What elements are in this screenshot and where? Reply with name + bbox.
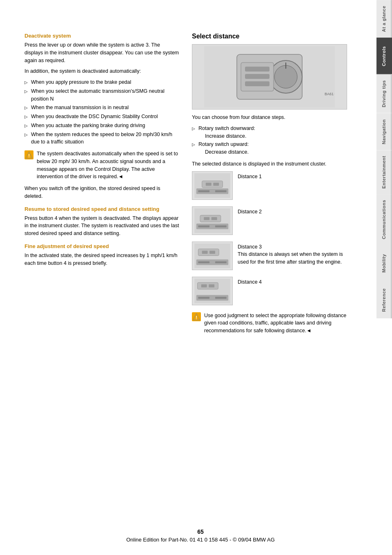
svg-rect-35 (198, 297, 209, 299)
sidebar: At a glance Controls Driving tips Naviga… (376, 0, 392, 555)
svg-rect-31 (202, 251, 208, 253)
bullet-item: When you apply pressure to the brake ped… (24, 78, 180, 86)
distance-2-item: Distance 2 (192, 206, 347, 235)
svg-rect-8 (245, 74, 270, 79)
svg-rect-14 (198, 190, 209, 192)
svg-point-5 (274, 65, 297, 88)
svg-rect-32 (209, 251, 215, 253)
rotary-up-bullet: Rotary switch upward: Decrease distance. (192, 141, 347, 156)
select-distance-image: BA61 0508 (192, 44, 347, 110)
svg-rect-29 (215, 261, 227, 263)
select-distance-intro: You can choose from four distance steps. (192, 114, 347, 121)
warning-icon: ! (24, 150, 33, 159)
svg-rect-36 (215, 297, 227, 299)
cluster-text: The selected distance is displayed in th… (192, 160, 347, 168)
svg-rect-23 (200, 215, 221, 222)
rotary-down-sub: Increase distance. (198, 133, 246, 139)
deactivate-warning: ! The system deactivates automatically w… (24, 150, 180, 181)
page-footer: 65 Online Edition for Part-No. 01 41 0 1… (24, 528, 376, 543)
resume-text: Press button 4 when the system is deacti… (24, 215, 180, 237)
bullet-item: When you actuate the parking brake durin… (24, 122, 180, 130)
svg-rect-21 (198, 225, 209, 227)
fine-adjustment-section: Fine adjustment of desired speed In the … (24, 243, 180, 267)
page-container: Deactivate system Press the lever up or … (0, 0, 392, 555)
bullet-item: When the manual transmission is in neutr… (24, 104, 180, 112)
distance-4-label: Distance 4 (238, 277, 262, 286)
distance-4-image (192, 277, 233, 305)
bullet-item: When the system reduces the speed to bel… (24, 131, 180, 146)
deactivate-system-heading: Deactivate system (24, 33, 180, 39)
deactivate-system-section: Deactivate system Press the lever up or … (24, 33, 180, 200)
distance-2-image (192, 206, 233, 235)
svg-rect-39 (209, 284, 214, 287)
svg-rect-28 (198, 261, 209, 263)
distance-3-label: Distance 3 This distance is always set w… (238, 242, 347, 266)
sidebar-tab-navigation[interactable]: Navigation (376, 113, 392, 150)
svg-text:!: ! (28, 153, 30, 158)
deactivate-warning-text: The system deactivates automatically whe… (37, 150, 180, 181)
svg-text:BA61 0508: BA61 0508 (325, 92, 335, 96)
rotary-down-bullet: Rotary switch downward: Increase distanc… (192, 125, 347, 140)
svg-rect-37 (198, 282, 218, 289)
deactivate-para1: Press the lever up or down while the sys… (24, 41, 180, 64)
sidebar-tab-reference[interactable]: Reference (376, 282, 392, 318)
svg-rect-15 (215, 190, 227, 192)
distance-3-item: Distance 3 This distance is always set w… (192, 242, 347, 270)
deactivate-bullets: When you apply pressure to the brake ped… (24, 78, 180, 146)
sidebar-tab-driving-tips[interactable]: Driving tips (376, 74, 392, 113)
rotary-down-main: Rotary switch downward: (198, 125, 255, 131)
select-warning-icon: ! (192, 312, 201, 321)
sidebar-tab-entertainment[interactable]: Entertainment (376, 150, 392, 194)
sidebar-tab-communications[interactable]: Communications (376, 194, 392, 245)
svg-rect-24 (204, 217, 209, 220)
distance-4-item: Distance 4 (192, 277, 347, 305)
svg-rect-22 (215, 225, 227, 227)
rotary-up-sub: Decrease distance. (198, 149, 249, 155)
svg-rect-18 (213, 183, 219, 186)
left-column: Deactivate system Press the lever up or … (24, 33, 180, 530)
svg-rect-30 (198, 248, 219, 255)
sidebar-tab-at-a-glance[interactable]: At a glance (376, 0, 392, 38)
fine-adjustment-heading: Fine adjustment of desired speed (24, 243, 180, 249)
bullet-item: When you deactivate the DSC Dynamic Stab… (24, 113, 180, 121)
svg-rect-16 (202, 181, 223, 188)
resume-heading: Resume to stored desired speed and dista… (24, 206, 180, 212)
right-column: Select distance (192, 33, 347, 530)
select-distance-heading: Select distance (192, 33, 347, 40)
svg-text:!: ! (196, 315, 197, 320)
rotary-up-main: Rotary switch upward: (198, 141, 249, 147)
distance-2-label: Distance 2 (238, 206, 262, 216)
page-number: 65 (24, 528, 376, 535)
sidebar-tab-controls[interactable]: Controls (376, 38, 392, 74)
distance-1-item: Distance 1 (192, 171, 347, 200)
distance-1-label: Distance 1 (238, 171, 262, 181)
svg-rect-38 (201, 284, 207, 287)
distance-1-image (192, 171, 233, 200)
distance-3-image (192, 242, 233, 270)
main-content: Deactivate system Press the lever up or … (0, 0, 376, 555)
ignition-text: When you switch off the ignition, the st… (24, 185, 180, 200)
resume-section: Resume to stored desired speed and dista… (24, 206, 180, 237)
fine-adjustment-text: In the activated state, the desired spee… (24, 252, 180, 267)
select-distance-warning: ! Use good judgment to select the approp… (192, 312, 347, 335)
sidebar-tab-mobility[interactable]: Mobility (376, 245, 392, 282)
deactivate-para2: In addition, the system is deactivated a… (24, 67, 180, 75)
select-distance-bullets: Rotary switch downward: Increase distanc… (192, 125, 347, 156)
select-warning-text: Use good judgment to select the appropri… (204, 312, 347, 335)
svg-rect-17 (206, 183, 212, 186)
svg-rect-25 (212, 217, 217, 220)
bullet-item: When you select the automatic transmissi… (24, 87, 180, 103)
svg-rect-9 (245, 81, 270, 86)
select-distance-section: Select distance (192, 33, 347, 335)
svg-rect-7 (245, 67, 270, 72)
copyright-text: Online Edition for Part-No. 01 41 0 158 … (24, 537, 376, 543)
